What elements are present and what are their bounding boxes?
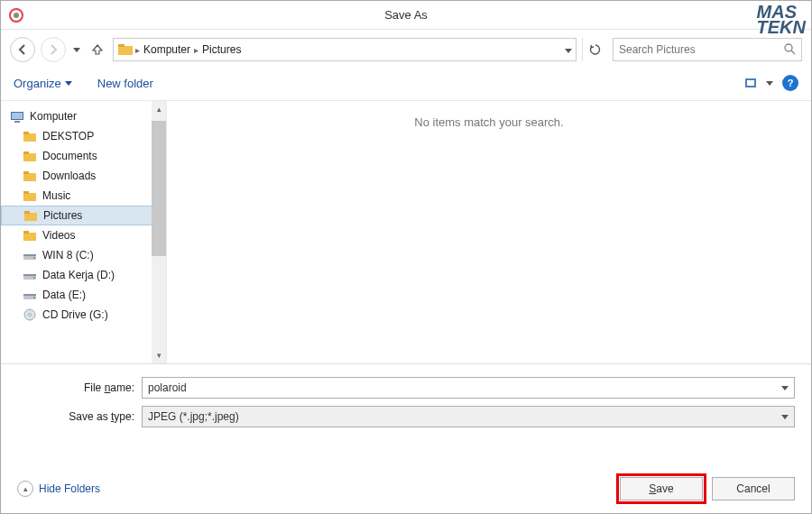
address-dropdown-icon[interactable] (565, 43, 572, 56)
chevron-right-icon: ▸ (194, 45, 198, 55)
scroll-up-icon[interactable]: ▴ (152, 101, 166, 117)
empty-message: No items match your search. (414, 115, 563, 129)
drive-icon (23, 268, 37, 282)
filename-label: File name: (17, 381, 134, 394)
save-form: File name: polaroid Save as type: JPEG (… (1, 364, 811, 440)
svg-rect-21 (23, 233, 36, 241)
sidebar-scrollbar[interactable]: ▴ ▾ (152, 101, 166, 363)
folder-icon (23, 188, 37, 203)
app-icon (8, 7, 24, 23)
tree-item-documents[interactable]: Documents (1, 146, 166, 166)
chevron-up-icon: ▴ (17, 481, 33, 497)
folder-icon (23, 129, 37, 143)
svg-rect-2 (118, 46, 133, 55)
folder-icon (117, 41, 134, 58)
svg-rect-9 (12, 113, 23, 119)
filename-input[interactable]: polaroid (142, 377, 795, 399)
tree-item-pictures[interactable]: Pictures (1, 206, 166, 225)
svg-rect-14 (23, 151, 29, 154)
svg-rect-11 (23, 133, 36, 142)
breadcrumb[interactable]: ▸ Komputer ▸ Pictures (135, 43, 563, 56)
refresh-button[interactable] (582, 38, 607, 61)
svg-rect-16 (23, 171, 29, 174)
svg-rect-7 (747, 80, 754, 86)
up-button[interactable] (88, 40, 107, 60)
svg-rect-27 (23, 274, 36, 276)
save-button[interactable]: Save (620, 477, 703, 500)
drive-icon (23, 248, 37, 262)
svg-point-1 (14, 13, 19, 18)
window-title: Save As (384, 8, 428, 22)
scroll-down-icon[interactable]: ▾ (152, 347, 166, 363)
chevron-down-icon (65, 81, 72, 86)
main-area: Komputer DEKSTOPDocumentsDownloadsMusicP… (1, 101, 811, 364)
organize-menu[interactable]: Organize (14, 77, 72, 90)
folder-icon (23, 149, 37, 163)
svg-rect-15 (23, 173, 36, 181)
tree-item-videos[interactable]: Videos (1, 225, 166, 245)
svg-rect-17 (23, 193, 36, 201)
breadcrumb-segment[interactable]: Komputer (143, 43, 190, 56)
search-input[interactable] (619, 43, 763, 56)
svg-rect-19 (24, 213, 37, 221)
tree-item-win-8-c-[interactable]: WIN 8 (C:) (1, 245, 166, 265)
scroll-thumb[interactable] (152, 121, 166, 256)
svg-point-4 (785, 44, 792, 51)
cd-icon (23, 307, 37, 322)
back-button[interactable] (10, 37, 35, 62)
svg-rect-10 (14, 121, 20, 123)
tree-item-data-kerja-d-[interactable]: Data Kerja (D:) (1, 265, 166, 285)
svg-point-33 (29, 314, 32, 317)
view-icon (744, 76, 764, 90)
view-mode-button[interactable] (744, 76, 773, 90)
search-icon[interactable] (783, 42, 796, 58)
address-bar[interactable]: ▸ Komputer ▸ Pictures (113, 38, 577, 61)
tree-item-music[interactable]: Music (1, 186, 166, 206)
drive-icon (23, 288, 37, 302)
search-box[interactable] (613, 38, 802, 61)
svg-rect-12 (23, 132, 29, 134)
filetype-select[interactable]: JPEG (*.jpg;*.jpeg) (142, 406, 795, 427)
svg-rect-24 (23, 254, 36, 256)
new-folder-button[interactable]: New folder (97, 77, 153, 90)
folder-icon (23, 169, 37, 183)
svg-rect-20 (24, 211, 30, 214)
folder-icon (23, 208, 38, 223)
chevron-down-icon (766, 81, 773, 86)
tree-item-data-e-[interactable]: Data (E:) (1, 285, 166, 305)
nav-history-dropdown[interactable] (71, 41, 82, 58)
hide-folders-toggle[interactable]: ▴ Hide Folders (17, 481, 100, 497)
nav-row: ▸ Komputer ▸ Pictures (1, 30, 811, 69)
toolbar: Organize New folder ? (1, 69, 811, 101)
tree-item-downloads[interactable]: Downloads (1, 166, 166, 186)
svg-rect-18 (23, 191, 29, 194)
watermark-logo: MASTEKN (757, 5, 806, 35)
forward-button[interactable] (41, 37, 66, 62)
svg-rect-30 (23, 294, 36, 296)
tree-item-cd-drive-g-[interactable]: CD Drive (G:) (1, 305, 166, 325)
cancel-button[interactable]: Cancel (712, 477, 795, 500)
tree-root-komputer[interactable]: Komputer (1, 106, 166, 126)
svg-rect-3 (118, 44, 125, 47)
dialog-footer: ▴ Hide Folders Save Cancel (1, 472, 811, 506)
svg-line-5 (791, 50, 795, 54)
chevron-down-icon[interactable] (781, 415, 789, 419)
filetype-label: Save as type: (17, 410, 134, 423)
svg-point-28 (33, 277, 35, 279)
help-button[interactable]: ? (782, 75, 798, 91)
computer-icon (10, 109, 24, 124)
tree-item-dekstop[interactable]: DEKSTOP (1, 126, 166, 146)
svg-point-25 (33, 257, 35, 259)
file-list-pane[interactable]: No items match your search. (167, 101, 811, 363)
chevron-right-icon: ▸ (135, 45, 140, 55)
folder-icon (23, 228, 37, 243)
titlebar: Save As (1, 1, 811, 30)
breadcrumb-segment[interactable]: Pictures (202, 43, 241, 56)
svg-rect-13 (23, 153, 36, 161)
folder-tree[interactable]: Komputer DEKSTOPDocumentsDownloadsMusicP… (1, 101, 167, 363)
svg-point-31 (33, 297, 35, 298)
svg-rect-22 (23, 231, 29, 234)
chevron-down-icon[interactable] (781, 386, 789, 390)
